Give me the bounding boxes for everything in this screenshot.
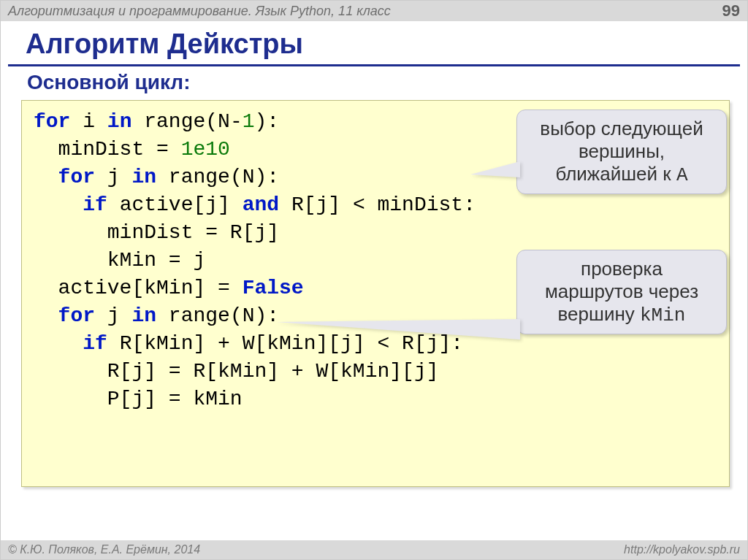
footer-bar: © К.Ю. Поляков, Е.А. Ерёмин, 2014 http:/… [1,540,747,559]
callout-tail [276,319,520,340]
callout-line: выбор следующей [532,118,711,140]
header-bar: Алгоритмизация и программирование. Язык … [1,1,747,21]
subtitle: Основной цикл: [1,66,747,97]
code-text: kMin = j [34,249,205,272]
code-text [34,193,83,216]
code-text [34,304,58,327]
callout-text: вершину [558,303,640,325]
code-text: ): [255,110,280,133]
kw-for: for [58,304,95,327]
code-text: i [70,110,107,133]
callout-line: ближайшей к A [532,163,711,186]
code-text: R[j] = R[kMin] + W[kMin][j] [34,360,439,383]
bool-false: False [243,277,304,299]
code-text: P[j] = kMin [34,388,243,410]
kw-for: for [58,166,95,188]
code-text: j [95,304,131,327]
kw-in: in [131,166,156,188]
kw-and: and [243,193,279,216]
callout-mono: kMin [640,304,685,326]
kw-in: in [131,304,156,327]
slide-title: Алгоритм Дейкстры [1,21,747,64]
code-text: minDist = [34,138,181,161]
kw-if: if [83,193,107,216]
code-text: minDist = R[j] [34,221,279,244]
callout-check-routes: проверка маршрутов через вершину kMin [516,250,727,334]
callout-text: ближайшей к [555,163,676,185]
callout-select-vertex: выбор следующей вершины, ближайшей к A [516,110,727,194]
code-text [34,332,83,355]
callout-line: вершины, [532,140,711,163]
code-text: j [95,166,131,188]
kw-for: for [34,110,70,133]
num: 1e10 [181,138,230,161]
code-text: range(N): [156,166,279,188]
code-text: range(N- [131,110,242,133]
footer-copyright: © К.Ю. Поляков, Е.А. Ерёмин, 2014 [8,543,200,556]
callout-tail [470,161,520,177]
code-text: active[j] [107,193,243,216]
footer-url: http://kpolyakov.spb.ru [624,543,740,556]
callout-line: маршрутов через [532,280,711,303]
callout-line: вершину kMin [532,303,711,326]
callout-mono: A [676,164,688,186]
code-text: active[kMin] = [34,277,243,299]
num: 1 [243,110,255,133]
page-number: 99 [722,1,740,20]
code-text: R[j] < minDist: [279,193,476,216]
course-title: Алгоритмизация и программирование. Язык … [8,4,391,19]
code-text [34,166,58,188]
kw-if: if [83,332,107,355]
slide: Алгоритмизация и программирование. Язык … [0,0,748,560]
code-text: range(N): [156,304,279,327]
kw-in: in [107,110,132,133]
callout-line: проверка [532,258,711,280]
